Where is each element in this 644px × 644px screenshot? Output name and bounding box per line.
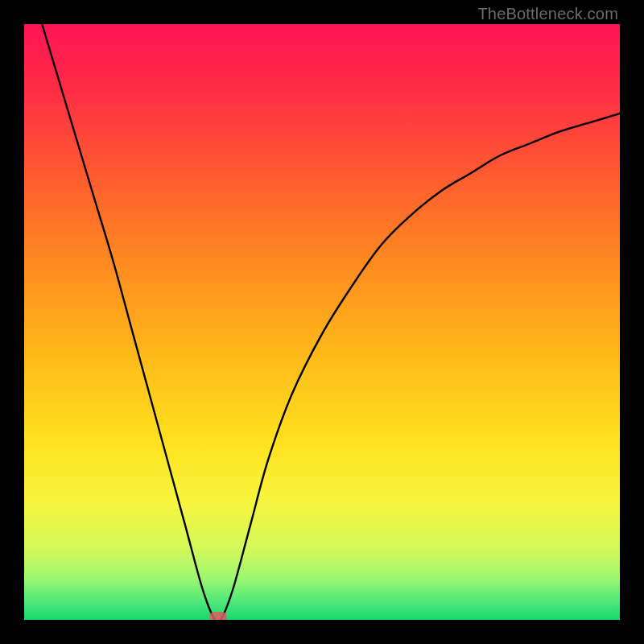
- minimum-marker: [209, 612, 227, 620]
- bottleneck-curve: [42, 24, 620, 620]
- watermark-text: TheBottleneck.com: [477, 5, 618, 23]
- curve-layer: [24, 24, 620, 620]
- plot-area: [24, 24, 620, 620]
- chart-frame: TheBottleneck.com: [0, 0, 644, 644]
